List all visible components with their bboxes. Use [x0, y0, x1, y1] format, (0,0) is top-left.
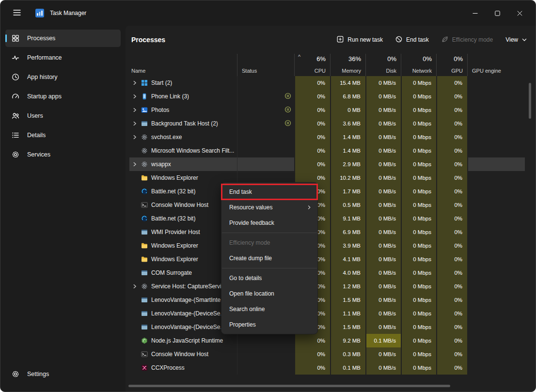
horizontal-scrollbar[interactable] [128, 385, 521, 387]
gpu-cell: 0% [436, 239, 467, 252]
hamburger-icon [13, 9, 21, 17]
disk-cell: 0 MB/s [365, 252, 401, 266]
processes-icon [12, 34, 19, 42]
column-header-cpu[interactable]: ^6%CPU [294, 54, 330, 76]
sidebar-item-users[interactable]: Users [5, 107, 121, 125]
column-header-memory[interactable]: 36%Memory [330, 54, 365, 76]
view-button[interactable]: View [505, 36, 527, 43]
menu-item-resource-values[interactable]: Resource values [221, 200, 317, 215]
expand-chevron-icon[interactable] [131, 107, 138, 113]
leaf-icon [441, 36, 448, 44]
process-row[interactable]: LenovoVantage-(DeviceSe... 0% 1.1 MB 0 M… [129, 307, 525, 320]
disk-cell: 0 MB/s [365, 307, 401, 320]
column-header-disk[interactable]: 0%Disk [365, 54, 401, 76]
expand-chevron-icon[interactable] [131, 94, 138, 99]
process-row[interactable]: Node.js JavaScript Runtime 0% 9.2 MB 0.1… [129, 334, 525, 347]
sidebar-item-label: Services [27, 151, 50, 158]
expand-chevron-icon[interactable] [131, 283, 138, 289]
sidebar-item-services[interactable]: Services [5, 146, 121, 163]
expand-chevron-icon[interactable] [131, 80, 138, 86]
process-name-cell: svchost.exe [129, 130, 237, 144]
sidebar-item-app-history[interactable]: App history [5, 68, 121, 86]
process-status-cell [237, 117, 294, 130]
vertical-scrollbar[interactable] [528, 83, 531, 379]
process-row[interactable]: svchost.exe 0% 1.4 MB 0 MB/s 0 Mbps 0% [129, 130, 525, 144]
process-status-cell [237, 334, 294, 347]
process-row[interactable]: Phone Link (3) 0% 6.8 MB 0 MB/s 0 Mbps 0… [129, 90, 525, 103]
memory-cell: 0.1 MB [330, 361, 365, 375]
process-name: Node.js JavaScript Runtime [151, 337, 223, 344]
column-header-gpu-engine[interactable]: GPU engine [467, 54, 525, 76]
menu-item-go-to-details[interactable]: Go to details [221, 270, 317, 286]
gear-icon [141, 147, 148, 154]
minimize-button[interactable] [464, 5, 486, 21]
gpu-cell: 0% [436, 90, 467, 103]
process-row[interactable]: Console Window Host 0% 0.5 MB 0 MB/s 0 M… [129, 198, 525, 212]
menu-item-label: Resource values [229, 204, 272, 211]
column-header-network[interactable]: 0%Network [401, 54, 436, 76]
menu-item-open-file-location[interactable]: Open file location [221, 286, 317, 301]
app-title: Task Manager [50, 10, 86, 16]
efficiency-mode-label: Efficiency mode [452, 36, 493, 43]
process-row[interactable]: Background Task Host (2) 0% 3.6 MB 0 MB/… [129, 117, 525, 130]
chevron-down-icon [522, 36, 527, 43]
expand-chevron-icon[interactable] [131, 161, 138, 167]
process-row[interactable]: Windows Explorer 0% 10.2 MB 0 MB/s 0 Mbp… [129, 171, 525, 185]
sidebar-item-processes[interactable]: Processes [5, 30, 121, 47]
sidebar-item-startup-apps[interactable]: Startup apps [5, 88, 121, 105]
horizontal-scrollbar-thumb[interactable] [128, 385, 450, 387]
cpu-cell: 0% [294, 117, 330, 130]
gpu-engine-cell [467, 157, 525, 171]
expand-chevron-icon[interactable] [131, 121, 138, 126]
sidebar-item-performance[interactable]: Performance [5, 49, 121, 66]
menu-item-search-online[interactable]: Search online [221, 301, 317, 317]
process-row[interactable]: Battle.net (32 bit) 0% 1.7 MB 0 MB/s 0 M… [129, 185, 525, 198]
gpu-cell: 0% [436, 198, 467, 212]
column-header-status[interactable]: Status [237, 54, 294, 76]
run-new-task-button[interactable]: Run new task [337, 36, 383, 44]
process-row[interactable]: Start (2) 0% 15.4 MB 0 MB/s 0 Mbps 0% [129, 76, 525, 90]
column-header-name[interactable]: Name [129, 54, 237, 76]
process-row[interactable]: Windows Explorer 0% 4.1 MB 0 MB/s 0 Mbps… [129, 252, 525, 266]
process-row[interactable]: Battle.net (32 bit) 0% 9.1 MB 0 MB/s 0 M… [129, 212, 525, 225]
menu-button[interactable] [10, 6, 24, 20]
column-header-gpu[interactable]: 0%GPU [436, 54, 467, 76]
end-task-button[interactable]: End task [395, 36, 429, 44]
process-row[interactable]: LenovoVantage-(SmartInte... 0% 1.5 MB 0 … [129, 293, 525, 307]
process-row[interactable]: Photos 0% 0 MB 0 MB/s 0 Mbps 0% [129, 103, 525, 117]
process-row[interactable]: Microsoft Windows Search Filt... 0% 1.4 … [129, 144, 525, 157]
window-icon [141, 120, 148, 127]
sidebar-item-settings[interactable]: Settings [5, 365, 121, 383]
vertical-scrollbar-thumb[interactable] [529, 83, 531, 119]
disk-cell: 0 MB/s [365, 361, 401, 375]
process-row[interactable]: CCXProcess 0% 0.1 MB 0 MB/s 0 Mbps 0% [129, 361, 525, 375]
menu-item-end-task[interactable]: End task [221, 184, 317, 200]
process-name: Photos [151, 107, 169, 113]
process-row[interactable]: Windows Explorer 0% 3.9 MB 0 MB/s 0 Mbps… [129, 239, 525, 252]
process-row[interactable]: wsappx 0% 2.9 MB 0 MB/s 0 Mbps 0% [129, 157, 525, 171]
process-row[interactable]: WMI Provider Host 0% 6.9 MB 0 MB/s 0 Mbp… [129, 225, 525, 239]
process-row[interactable]: Service Host: CaptureServi... 0% 1.2 MB … [129, 280, 525, 293]
menu-item-create-dump-file[interactable]: Create dump file [221, 251, 317, 266]
maximize-button[interactable] [486, 5, 508, 21]
memory-cell: 1.4 MB [330, 144, 365, 157]
process-row[interactable]: COM Surrogate 0% 4.0 MB 0 MB/s 0 Mbps 0% [129, 266, 525, 280]
efficiency-mode-button[interactable]: Efficiency mode [441, 36, 493, 44]
gpu-cell: 0% [436, 212, 467, 225]
network-cell: 0 Mbps [401, 212, 436, 225]
sidebar-item-label: Performance [27, 54, 62, 61]
close-button[interactable] [508, 5, 531, 21]
titlebar: Task Manager [0, 0, 536, 26]
memory-cell: 4.0 MB [330, 266, 365, 280]
process-row[interactable]: LenovoVantage-(DeviceSe... 0% 1.5 MB 0 M… [129, 320, 525, 334]
disk-cell: 0 MB/s [365, 347, 401, 361]
menu-item-properties[interactable]: Properties [221, 317, 317, 332]
process-row[interactable]: Console Window Host 0% 0.3 MB 0 MB/s 0 M… [129, 347, 525, 361]
expand-chevron-icon[interactable] [131, 134, 138, 140]
window-icon [141, 324, 148, 330]
sidebar-item-details[interactable]: Details [5, 126, 121, 144]
sidebar-item-label: Settings [27, 371, 49, 377]
process-name-cell: Windows Explorer [129, 171, 237, 185]
performance-icon [12, 54, 19, 62]
menu-item-provide-feedback[interactable]: Provide feedback [221, 215, 317, 231]
